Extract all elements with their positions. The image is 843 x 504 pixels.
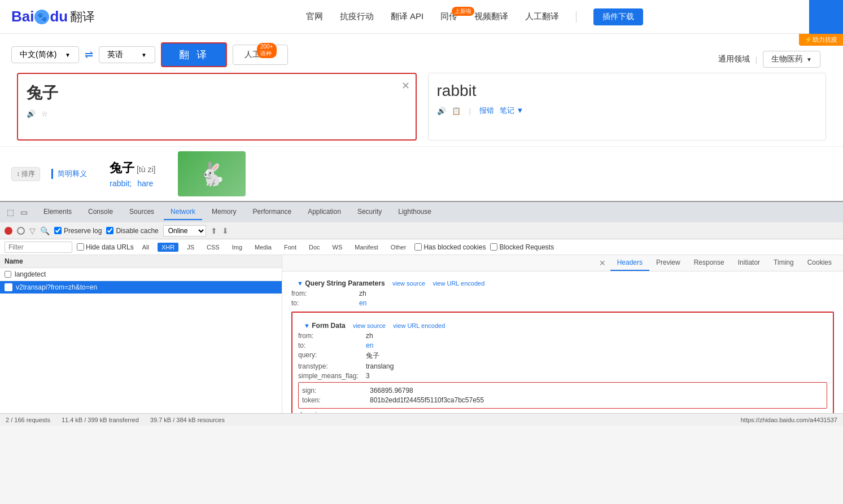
- source-sound-icon[interactable]: 🔊: [27, 109, 36, 118]
- source-input-box[interactable]: 兔子 ✕ 🔊 ☆: [17, 73, 417, 141]
- filter-other[interactable]: Other: [387, 243, 410, 252]
- domain-area: 通用领域 | 生物医药 ▼: [718, 51, 820, 68]
- sort-button[interactable]: ↕ 排序: [11, 167, 40, 181]
- filter-all[interactable]: All: [138, 243, 153, 252]
- upload-icon[interactable]: ⬆: [211, 226, 217, 235]
- query-string-title: ▼ Query String Parameters view source vi…: [291, 279, 834, 287]
- dict-phonetic: [tù zi]: [137, 165, 155, 174]
- status-bar: 2 / 166 requests 11.4 kB / 399 kB transf…: [0, 413, 843, 426]
- hide-data-urls-checkbox[interactable]: [77, 243, 84, 251]
- qs-to-row: to: en: [291, 299, 834, 307]
- tab-network[interactable]: Network: [164, 204, 202, 220]
- filter-img[interactable]: Img: [228, 243, 246, 252]
- view-source-link-fd[interactable]: view source: [353, 322, 386, 329]
- detail-tab-cookies[interactable]: Cookies: [801, 255, 838, 271]
- filter-manifest[interactable]: Manifest: [351, 243, 382, 252]
- has-blocked-cookies-label[interactable]: Has blocked cookies: [414, 243, 486, 251]
- tab-elements[interactable]: Elements: [37, 204, 78, 220]
- detail-tab-response[interactable]: Response: [687, 255, 731, 271]
- detail-tab-preview[interactable]: Preview: [649, 255, 687, 271]
- device-icon[interactable]: ▭: [19, 208, 28, 217]
- dict-image: 🐇: [178, 151, 246, 196]
- blocked-requests-checkbox[interactable]: [490, 243, 497, 251]
- tab-console[interactable]: Console: [81, 204, 120, 220]
- nav-link-guanwang[interactable]: 官网: [306, 11, 323, 22]
- stop-button[interactable]: [17, 227, 25, 235]
- detail-tab-initiator[interactable]: Initiator: [731, 255, 767, 271]
- nav-link-kangyi[interactable]: 抗疫行动: [340, 11, 374, 22]
- rabbit-illustration: 🐇: [178, 151, 246, 196]
- detail-tab-headers[interactable]: Headers: [610, 255, 649, 271]
- has-blocked-cookies-checkbox[interactable]: [414, 243, 422, 251]
- output-copy-icon[interactable]: 📋: [452, 107, 461, 115]
- nav-link-tongchuan[interactable]: 同传 上新啦: [440, 11, 457, 22]
- source-lang-chevron: ▼: [65, 52, 71, 58]
- target-lang-chevron: ▼: [141, 52, 147, 58]
- throttle-select[interactable]: Online Offline Slow 3G Fast 3G: [163, 225, 206, 236]
- blocked-requests-label[interactable]: Blocked Requests: [490, 243, 554, 251]
- translate-button[interactable]: 翻 译: [161, 42, 227, 67]
- logo-bai: Bai: [11, 8, 34, 25]
- output-text: rabbit: [437, 82, 818, 100]
- filter-ws[interactable]: WS: [329, 243, 347, 252]
- filter-doc[interactable]: Doc: [305, 243, 324, 252]
- filter-bar: Hide data URLs All XHR JS CSS Img Media …: [0, 239, 843, 255]
- simple-meaning-tab[interactable]: 简明释义: [51, 169, 87, 179]
- disable-cache-checkbox[interactable]: [106, 227, 113, 234]
- fd-query-row: query: 兔子: [298, 351, 827, 361]
- tab-performance[interactable]: Performance: [246, 204, 298, 220]
- logo-du: du: [50, 8, 68, 25]
- filter-xhr[interactable]: XHR: [158, 243, 178, 252]
- tab-application[interactable]: Application: [301, 204, 348, 220]
- filter-input[interactable]: [5, 242, 72, 253]
- preserve-log-label[interactable]: Preserve log: [54, 227, 102, 235]
- tab-lighthouse[interactable]: Lighthouse: [391, 204, 438, 220]
- source-lang-select[interactable]: 中文(简体) ▼: [11, 46, 79, 63]
- filter-icon[interactable]: ▽: [29, 226, 36, 235]
- plugin-download-btn[interactable]: 插件下载: [593, 8, 643, 25]
- clear-source-btn[interactable]: ✕: [401, 80, 410, 92]
- view-source-link-qs[interactable]: view source: [392, 280, 425, 287]
- preserve-log-checkbox[interactable]: [54, 227, 62, 234]
- nav-link-api[interactable]: 翻译 API: [391, 11, 423, 22]
- detail-tabs: ✕ Headers Preview Response Initiator Tim…: [282, 255, 843, 271]
- domain-select[interactable]: 生物医药 ▼: [763, 51, 820, 68]
- fd-from-row: from: zh: [298, 332, 827, 340]
- detail-tab-timing[interactable]: Timing: [767, 255, 801, 271]
- hide-data-urls-label[interactable]: Hide data URLs: [77, 243, 134, 251]
- nav-link-human[interactable]: 人工翻译: [525, 11, 559, 22]
- close-detail-btn[interactable]: ✕: [595, 255, 610, 271]
- tab-memory[interactable]: Memory: [205, 204, 243, 220]
- filter-media[interactable]: Media: [251, 243, 276, 252]
- fd-transtype-row: transtype: translang: [298, 362, 827, 370]
- search-icon[interactable]: 🔍: [40, 226, 50, 235]
- download-icon[interactable]: ⬇: [222, 226, 229, 235]
- dict-link-hare[interactable]: hare: [137, 179, 153, 188]
- target-lang-select[interactable]: 英语 ▼: [99, 46, 155, 63]
- filter-css[interactable]: CSS: [203, 243, 224, 252]
- source-star-icon[interactable]: ☆: [41, 109, 48, 118]
- note-link[interactable]: 笔记 ▼: [500, 106, 523, 116]
- list-item-v2transapi[interactable]: v2transapi?from=zh&to=en: [0, 281, 282, 294]
- devtools-tabs: ⬚ ▭ Elements Console Sources Network Mem…: [0, 202, 843, 222]
- tab-sources[interactable]: Sources: [123, 204, 161, 220]
- swap-lang-btn[interactable]: ⇌: [85, 49, 93, 61]
- list-item-langdetect[interactable]: langdetect: [0, 268, 282, 281]
- list-item-checkbox-langdetect[interactable]: [5, 270, 11, 278]
- output-sound-icon[interactable]: 🔊: [437, 107, 446, 115]
- source-text: 兔子: [27, 82, 407, 104]
- filter-js[interactable]: JS: [183, 243, 198, 252]
- view-url-encoded-link-qs[interactable]: view URL encoded: [433, 280, 484, 287]
- record-button[interactable]: [5, 227, 12, 235]
- logo-fanyi: 翻译: [70, 8, 95, 25]
- domain-chevron: ▼: [806, 56, 812, 63]
- dict-link-rabbit[interactable]: rabbit;: [110, 179, 132, 188]
- cursor-icon[interactable]: ⬚: [6, 208, 15, 217]
- nav-link-video[interactable]: 视频翻译: [474, 11, 508, 22]
- disable-cache-label[interactable]: Disable cache: [106, 227, 158, 235]
- report-error-link[interactable]: 报错: [479, 106, 494, 116]
- detail-panel: ✕ Headers Preview Response Initiator Tim…: [282, 255, 843, 413]
- view-url-encoded-link-fd[interactable]: view URL encoded: [393, 322, 445, 329]
- tab-security[interactable]: Security: [351, 204, 388, 220]
- filter-font[interactable]: Font: [280, 243, 300, 252]
